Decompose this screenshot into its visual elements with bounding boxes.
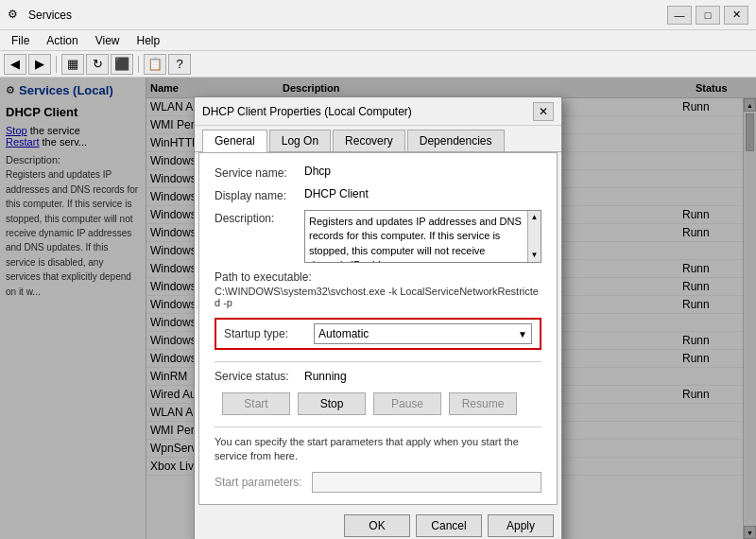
title-bar: ⚙ Services — □ ✕ [0, 0, 756, 30]
minimize-button[interactable]: — [667, 6, 692, 25]
chevron-down-icon: ▼ [518, 329, 527, 339]
forward-button[interactable]: ▶ [28, 54, 51, 75]
desc-scroll-down[interactable]: ▼ [528, 249, 541, 262]
menu-view[interactable]: View [88, 32, 128, 49]
startup-type-select[interactable]: Automatic ▼ [314, 323, 532, 344]
toolbar-separator-2 [138, 56, 139, 73]
divider-2 [215, 426, 541, 427]
menu-file[interactable]: File [4, 32, 37, 49]
dialog-form: Service name: Dhcp Display name: DHCP Cl… [198, 152, 558, 505]
close-button[interactable]: ✕ [724, 6, 748, 25]
service-status-value: Running [304, 370, 347, 383]
tab-logon[interactable]: Log On [269, 130, 331, 151]
menu-action[interactable]: Action [39, 32, 85, 49]
service-name-value: Dhcp [304, 165, 541, 178]
toolbar-separator-1 [56, 56, 57, 73]
description-scrollbar[interactable]: ▲ ▼ [527, 211, 541, 262]
path-value: C:\WINDOWS\system32\svchost.exe -k Local… [215, 286, 541, 308]
service-action-buttons: Start Stop Pause Resume [215, 392, 541, 415]
params-input[interactable] [312, 472, 541, 493]
window-controls: — □ ✕ [667, 6, 748, 25]
startup-type-value: Automatic [318, 327, 369, 340]
display-name-value: DHCP Client [304, 187, 541, 200]
description-label: Description: [215, 210, 304, 225]
tab-recovery[interactable]: Recovery [333, 130, 405, 151]
properties-button[interactable]: 📋 [144, 54, 166, 75]
startup-type-label: Startup type: [224, 327, 314, 340]
menu-bar: File Action View Help [0, 30, 756, 51]
refresh-button[interactable]: ↻ [86, 54, 109, 75]
params-row: Start parameters: [215, 472, 541, 493]
properties-dialog: DHCP Client Properties (Local Computer) … [194, 96, 562, 539]
maximize-button[interactable]: □ [696, 6, 720, 25]
export-button[interactable]: ⬛ [111, 54, 133, 75]
app-title: Services [28, 9, 72, 22]
back-button[interactable]: ◀ [4, 54, 26, 75]
pause-button[interactable]: Pause [373, 392, 441, 415]
dialog-footer: OK Cancel Apply [195, 509, 561, 539]
dialog-tabs: General Log On Recovery Dependencies [195, 126, 561, 152]
main-area: ⚙ Services (Local) DHCP Client Stop the … [0, 78, 756, 539]
show-hide-button[interactable]: ▦ [61, 54, 84, 75]
service-name-row: Service name: Dhcp [215, 165, 541, 180]
modal-overlay: DHCP Client Properties (Local Computer) … [0, 78, 756, 539]
startup-type-row: Startup type: Automatic ▼ [215, 318, 541, 350]
cancel-button[interactable]: Cancel [416, 514, 482, 537]
app-icon: ⚙ [8, 8, 23, 23]
path-row: Path to executable: C:\WINDOWS\system32\… [215, 270, 541, 308]
service-status-label: Service status: [215, 370, 304, 383]
stop-button[interactable]: Stop [298, 392, 366, 415]
path-label: Path to executable: [215, 270, 541, 284]
resume-button[interactable]: Resume [449, 392, 517, 415]
apply-button[interactable]: Apply [488, 514, 554, 537]
dialog-title: DHCP Client Properties (Local Computer) [202, 105, 412, 118]
display-name-label: Display name: [215, 187, 304, 202]
help-button[interactable]: ? [168, 54, 191, 75]
tab-general[interactable]: General [202, 130, 267, 152]
description-textbox[interactable]: Registers and updates IP addresses and D… [304, 210, 541, 263]
description-text: Registers and updates IP addresses and D… [309, 215, 537, 263]
params-info-text: You can specify the start parameters tha… [215, 435, 541, 464]
desc-scroll-up[interactable]: ▲ [528, 211, 541, 224]
description-row: Description: Registers and updates IP ad… [215, 210, 541, 263]
dialog-title-bar: DHCP Client Properties (Local Computer) … [195, 97, 561, 126]
display-name-row: Display name: DHCP Client [215, 187, 541, 202]
params-label: Start parameters: [215, 476, 304, 489]
menu-help[interactable]: Help [129, 32, 168, 49]
service-name-label: Service name: [215, 165, 304, 180]
desc-scroll-track [528, 224, 541, 249]
dialog-close-button[interactable]: ✕ [533, 102, 554, 121]
toolbar: ◀ ▶ ▦ ↻ ⬛ 📋 ? [0, 51, 756, 78]
ok-button[interactable]: OK [344, 514, 410, 537]
service-status-row: Service status: Running [215, 370, 541, 383]
start-button[interactable]: Start [222, 392, 290, 415]
divider-1 [215, 361, 541, 362]
tab-dependencies[interactable]: Dependencies [407, 130, 505, 151]
